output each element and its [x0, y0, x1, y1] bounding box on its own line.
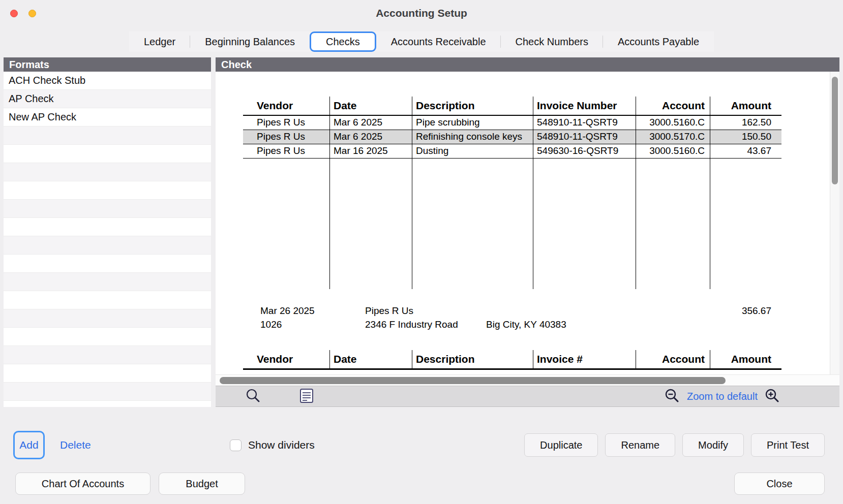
budget-button[interactable]: Budget [159, 472, 245, 495]
cell-account: 3000.5170.C [636, 130, 710, 144]
empty-list-row [4, 309, 211, 328]
cell-amount: 162.50 [710, 116, 781, 130]
column-header-vendor: Vendor [243, 350, 329, 368]
stub-text-tool-button[interactable] [299, 388, 314, 405]
cell-date: Mar 6 2025 [329, 130, 412, 144]
check-address: 2346 F Industry Road [365, 319, 458, 330]
horizontal-scrollbar-thumb[interactable] [220, 377, 726, 384]
empty-list-row [4, 383, 211, 401]
column-header-date: Date [329, 97, 412, 115]
column-header-account: Account [636, 350, 710, 368]
cell-amount: 43.67 [710, 144, 781, 158]
magnifier-tool-button[interactable] [245, 388, 261, 405]
empty-list-row [4, 328, 211, 346]
format-controls-row: Add Delete Show dividers Duplicate Renam… [0, 431, 843, 460]
second-stub-table-header: Vendor Date Description Invoice # Accoun… [243, 350, 781, 370]
empty-list-row [4, 291, 211, 309]
zoom-in-button[interactable] [764, 388, 780, 405]
check-payee: Pipes R Us [365, 305, 413, 317]
tab-check-numbers[interactable]: Check Numbers [501, 32, 603, 52]
empty-list-row [4, 127, 211, 145]
add-button[interactable]: Add [13, 431, 45, 459]
tab-accounts-payable[interactable]: Accounts Payable [603, 32, 714, 52]
footer-row: Chart Of Accounts Budget Close [0, 472, 843, 496]
tab-bar: Ledger Beginning Balances Checks Account… [129, 32, 714, 52]
cell-vendor: Pipes R Us [243, 144, 329, 158]
zoom-out-icon [664, 388, 680, 405]
tab-beginning-balances[interactable]: Beginning Balances [190, 32, 310, 52]
close-button[interactable]: Close [734, 472, 825, 495]
empty-list-row [4, 346, 211, 364]
column-header-invoice-number: Invoice Number [533, 97, 636, 115]
check-stub-row: Pipes R Us Mar 16 2025 Dusting 549630-16… [243, 144, 781, 159]
cell-description: Pipe scrubbing [412, 116, 533, 130]
delete-button[interactable]: Delete [60, 431, 91, 459]
show-dividers-label: Show dividers [248, 439, 315, 451]
zoom-in-icon [764, 388, 780, 405]
vertical-scrollbar-thumb[interactable] [832, 77, 838, 184]
tab-accounts-receivable[interactable]: Accounts Receivable [376, 32, 501, 52]
empty-list-row [4, 200, 211, 218]
horizontal-scrollbar[interactable] [216, 374, 839, 386]
format-item-new-ap-check[interactable]: New AP Check [4, 108, 211, 127]
vertical-scrollbar[interactable] [830, 72, 839, 374]
formats-list: ACH Check Stub AP Check New AP Check [4, 72, 211, 407]
format-item-ap-check[interactable]: AP Check [4, 90, 211, 108]
check-stub-row: Pipes R Us Mar 6 2025 Refinishing consol… [243, 130, 781, 144]
empty-list-row [4, 218, 211, 236]
empty-list-row [4, 273, 211, 291]
column-header-amount: Amount [710, 97, 781, 115]
show-dividers-checkbox[interactable] [230, 439, 242, 451]
accounting-setup-window: Accounting Setup Ledger Beginning Balanc… [0, 0, 843, 504]
empty-list-row [4, 163, 211, 181]
check-preview: Vendor Date Description Invoice Number A… [216, 72, 839, 374]
column-header-account: Account [636, 97, 710, 115]
column-header-description: Description [412, 97, 533, 115]
show-dividers-control[interactable]: Show dividers [230, 431, 315, 459]
cell-account: 3000.5160.C [636, 144, 710, 158]
preview-toolbar: Zoom to default [216, 386, 839, 407]
window-title: Accounting Setup [0, 0, 843, 26]
rename-button[interactable]: Rename [605, 433, 675, 457]
tab-checks[interactable]: Checks [310, 32, 376, 52]
cell-invoice: 549630-16-QSRT9 [533, 144, 636, 158]
cell-amount: 150.50 [710, 130, 781, 144]
document-lines-icon [299, 388, 314, 405]
column-header-description: Description [412, 350, 533, 368]
print-test-button[interactable]: Print Test [751, 433, 825, 457]
empty-list-row [4, 364, 211, 383]
cell-description: Refinishing console keys [412, 130, 533, 144]
zoom-out-button[interactable] [664, 388, 680, 405]
cell-description: Dusting [412, 144, 533, 158]
formats-panel-header: Formats [4, 57, 211, 72]
cell-vendor: Pipes R Us [243, 116, 329, 130]
cell-invoice: 548910-11-QSRT9 [533, 116, 636, 130]
cell-date: Mar 6 2025 [329, 116, 412, 130]
column-header-vendor: Vendor [243, 97, 329, 115]
empty-list-row [4, 181, 211, 200]
duplicate-button[interactable]: Duplicate [524, 433, 598, 457]
format-item-ach-check-stub[interactable]: ACH Check Stub [4, 72, 211, 90]
tab-ledger[interactable]: Ledger [129, 32, 190, 52]
zoom-to-default-link[interactable]: Zoom to default [687, 391, 758, 402]
column-header-invoice: Invoice # [533, 350, 636, 368]
check-stub-row: Pipes R Us Mar 6 2025 Pipe scrubbing 548… [243, 116, 781, 130]
column-header-amount: Amount [710, 350, 781, 368]
check-total: 356.67 [742, 305, 771, 317]
cell-date: Mar 16 2025 [329, 144, 412, 158]
check-date: Mar 26 2025 [260, 305, 315, 317]
magnifier-icon [245, 388, 261, 405]
cell-account: 3000.5160.C [636, 116, 710, 130]
check-stub: Vendor Date Description Invoice Number A… [243, 97, 781, 370]
title-bar: Accounting Setup [0, 0, 843, 26]
chart-of-accounts-button[interactable]: Chart Of Accounts [15, 472, 150, 495]
column-header-date: Date [329, 350, 412, 368]
check-number: 1026 [260, 319, 282, 330]
modify-button[interactable]: Modify [682, 433, 744, 457]
check-city: Big City, KY 40383 [486, 319, 566, 330]
check-info: Mar 26 2025 1026 Pipes R Us 2346 F Indus… [243, 304, 781, 334]
empty-list-row [4, 236, 211, 255]
empty-list-row [4, 255, 211, 273]
stub-column-dividers [243, 159, 781, 289]
stub-table-header: Vendor Date Description Invoice Number A… [243, 97, 781, 116]
